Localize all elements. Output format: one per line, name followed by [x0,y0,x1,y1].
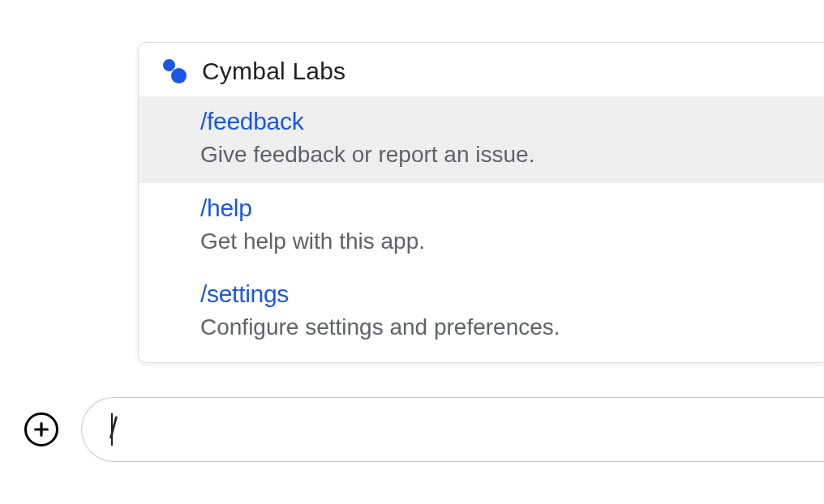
command-popup: Cymbal Labs /feedback Give feedback or r… [138,42,824,363]
command-name: /settings [200,277,805,311]
plus-icon [32,421,50,438]
command-name: /feedback [200,105,805,139]
command-name: /help [200,191,805,225]
command-description: Give feedback or report an issue. [200,139,805,172]
command-item-settings[interactable]: /settings Configure settings and prefere… [139,269,824,362]
add-button[interactable] [24,412,58,446]
input-row: / [24,397,824,462]
command-description: Configure settings and preferences. [200,311,805,344]
popup-header: Cymbal Labs [139,43,824,96]
app-title: Cymbal Labs [202,58,345,85]
text-cursor [111,413,113,446]
message-input-wrapper[interactable]: / [81,397,824,462]
command-item-feedback[interactable]: /feedback Give feedback or report an iss… [139,96,824,183]
message-input[interactable]: / [109,412,118,446]
app-icon [161,59,186,83]
command-item-help[interactable]: /help Get help with this app. [139,183,824,270]
command-description: Get help with this app. [200,225,805,258]
